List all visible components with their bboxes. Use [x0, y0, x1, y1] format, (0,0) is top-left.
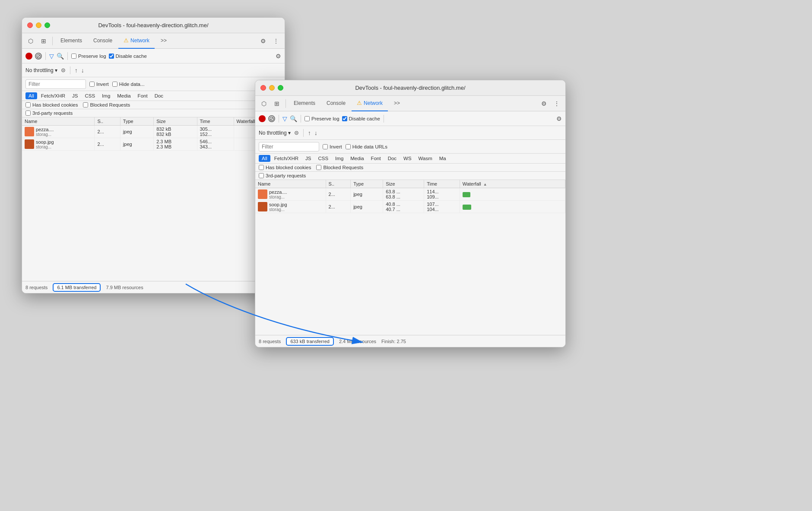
tab-more-back[interactable]: >>	[155, 33, 172, 49]
type-fetch-front[interactable]: Fetch/XHR	[271, 155, 301, 162]
third-party-front[interactable]: 3rd-party requests	[259, 173, 306, 178]
table-row[interactable]: soop.jpg storag... 2... jpeg 40.8 ... 40…	[255, 201, 565, 213]
type-all-back[interactable]: All	[25, 92, 37, 99]
table-row[interactable]: pezza.... storag... 2... jpeg 63.8 ... 6…	[255, 188, 565, 201]
invert-check-front[interactable]: Invert	[323, 144, 342, 149]
network-table-container-front: Name S.. Type Size Time Waterfall ▲	[255, 180, 565, 292]
disable-cache-front[interactable]: Disable cache	[342, 116, 380, 121]
preserve-log-front[interactable]: Preserve log	[304, 116, 339, 121]
more-btn-back[interactable]: ⋮	[270, 35, 282, 47]
download-icon-back: ↓	[81, 67, 84, 74]
title-bar-back: DevTools - foul-heavenly-direction.glitc…	[22, 18, 285, 33]
table-row[interactable]: pezza.... storag... 2... jpeg 832 kB 832…	[22, 126, 285, 138]
gear-btn-back[interactable]: ⚙	[257, 35, 269, 47]
minimize-btn-front[interactable]	[269, 85, 275, 91]
upload-icon-front: ↑	[308, 129, 311, 136]
minimize-btn-back[interactable]	[36, 22, 41, 28]
type-filter-bar-front: All Fetch/XHR JS CSS Img Media Font Doc …	[255, 154, 565, 164]
type-js-back[interactable]: JS	[69, 92, 81, 99]
table-row[interactable]: soop.jpg storag... 2... jpeg 2.3 MB 2.3 …	[22, 138, 285, 151]
col-name-front: Name	[255, 180, 326, 188]
close-btn-front[interactable]	[260, 85, 266, 91]
type-media-back[interactable]: Media	[114, 92, 133, 99]
status-bar-front: 8 requests 633 kB transferred 2.4 MB res…	[255, 335, 565, 347]
type-css-front[interactable]: CSS	[315, 155, 331, 162]
invert-check-back[interactable]: Invert	[89, 82, 109, 87]
search-icon-front[interactable]: 🔍	[290, 115, 297, 122]
hide-data-check-back[interactable]: Hide data...	[112, 82, 145, 87]
hide-data-check-front[interactable]: Hide data URLs	[346, 144, 387, 149]
type-wasm-front[interactable]: Wasm	[416, 155, 435, 162]
cell-name-1-front: pezza.... storag...	[255, 188, 326, 201]
devtools-window-back: DevTools - foul-heavenly-direction.glitc…	[22, 17, 285, 293]
type-media-front[interactable]: Media	[347, 155, 367, 162]
settings-icon-back[interactable]: ⚙	[276, 53, 281, 60]
disable-cache-back[interactable]: Disable cache	[109, 54, 147, 59]
throttle-select-front[interactable]: No throttling ▾	[259, 130, 291, 136]
clear-btn-front[interactable]: ⊘	[268, 115, 275, 122]
tab-elements-front[interactable]: Elements	[289, 96, 320, 111]
gear-btn-front[interactable]: ⚙	[538, 98, 550, 110]
type-all-front[interactable]: All	[259, 155, 270, 162]
blocked-cookies-front[interactable]: Has blocked cookies	[259, 165, 311, 170]
network-toolbar-front: ⊘ ▽ 🔍 Preserve log Disable cache ⚙	[255, 111, 565, 126]
throttle-select-back[interactable]: No throttling ▾	[25, 67, 57, 73]
checkbox-row1-front: Has blocked cookies Blocked Requests	[255, 164, 565, 172]
finish-time-front: Finish: 2.75	[381, 339, 406, 344]
tab-console-back[interactable]: Console	[88, 33, 117, 49]
maximize-btn-back[interactable]	[44, 22, 50, 28]
third-party-back[interactable]: 3rd-party requests	[25, 110, 73, 116]
type-ma-front[interactable]: Ma	[436, 155, 449, 162]
filter-icon-back[interactable]: ▽	[49, 53, 54, 60]
type-img-front[interactable]: Img	[332, 155, 346, 162]
type-font-front[interactable]: Font	[368, 155, 384, 162]
record-btn-back[interactable]	[25, 53, 32, 60]
blocked-requests-back[interactable]: Blocked Requests	[83, 102, 130, 107]
search-icon-back[interactable]: 🔍	[57, 53, 64, 60]
window-title-back: DevTools - foul-heavenly-direction.glitc…	[98, 22, 208, 28]
col-name-back: Name	[22, 117, 95, 126]
blocked-requests-front[interactable]: Blocked Requests	[316, 165, 363, 170]
type-font-back[interactable]: Font	[135, 92, 151, 99]
col-status-back: S..	[95, 117, 120, 126]
clear-btn-back[interactable]: ⊘	[35, 53, 42, 60]
sep1-back	[52, 37, 53, 45]
tab-network-back[interactable]: ⚠ Network	[118, 33, 155, 49]
type-js-front[interactable]: JS	[302, 155, 314, 162]
tab-more-front[interactable]: >>	[389, 96, 405, 111]
cursor-tool-btn-back[interactable]: ⬡	[25, 35, 37, 47]
cursor-tool-btn-front[interactable]: ⬡	[258, 98, 270, 110]
type-doc-front[interactable]: Doc	[385, 155, 400, 162]
preserve-log-back[interactable]: Preserve log	[71, 54, 106, 59]
tab-network-front[interactable]: ⚠ Network	[352, 96, 388, 111]
devtools-window-front: DevTools - foul-heavenly-direction.glitc…	[255, 80, 566, 347]
cell-name-1-back: pezza.... storag...	[22, 126, 95, 138]
sep1-front	[285, 99, 286, 108]
network-table-container-back: Name S.. Type Size Time Waterfall pezza.…	[22, 117, 285, 230]
resources-size-front: 2.4 MB resources	[339, 339, 376, 344]
requests-count-front: 8 requests	[259, 339, 281, 344]
col-status-front: S..	[326, 180, 351, 188]
type-ws-front[interactable]: WS	[400, 155, 415, 162]
settings-icon-front[interactable]: ⚙	[556, 115, 562, 122]
window-controls-back	[27, 22, 50, 28]
type-img-back[interactable]: Img	[99, 92, 113, 99]
col-size-front: Size	[383, 180, 424, 188]
layers-btn-back[interactable]: ⊞	[38, 35, 50, 47]
tab-elements-back[interactable]: Elements	[55, 33, 87, 49]
filter-input-back[interactable]	[25, 79, 86, 89]
type-css-back[interactable]: CSS	[82, 92, 98, 99]
maximize-btn-front[interactable]	[278, 85, 283, 91]
type-doc-back[interactable]: Doc	[152, 92, 166, 99]
tab-console-front[interactable]: Console	[321, 96, 351, 111]
record-btn-front[interactable]	[259, 115, 266, 122]
close-btn-back[interactable]	[27, 22, 33, 28]
layers-btn-front[interactable]: ⊞	[271, 98, 283, 110]
filter-input-front[interactable]	[259, 142, 319, 151]
more-btn-front[interactable]: ⋮	[551, 98, 563, 110]
filter-icon-front[interactable]: ▽	[282, 115, 287, 122]
blocked-cookies-back[interactable]: Has blocked cookies	[25, 102, 78, 107]
type-fetch-back[interactable]: Fetch/XHR	[38, 92, 68, 99]
devtools-tabbar-front: ⬡ ⊞ Elements Console ⚠ Network >> ⚙ ⋮	[255, 96, 565, 111]
checkbox-row2-back: 3rd-party requests	[22, 109, 285, 117]
